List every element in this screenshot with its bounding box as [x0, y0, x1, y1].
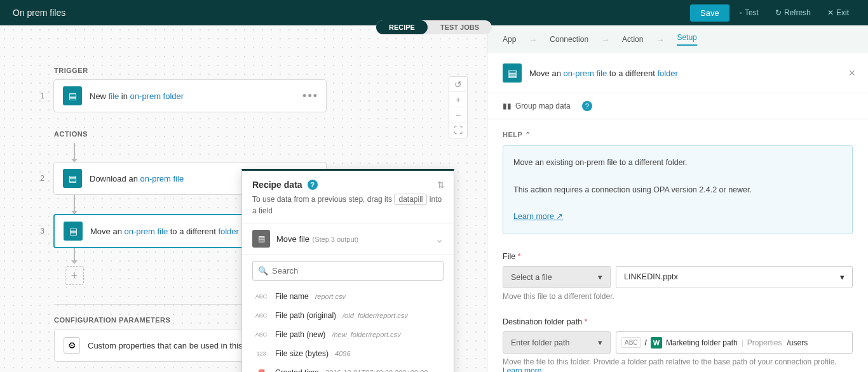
files-icon: ▤: [252, 230, 270, 248]
panel-body: HELP ⌃ Move an existing on-prem file to …: [487, 119, 868, 372]
mode-test-jobs[interactable]: TEST JOBS: [428, 20, 492, 34]
fit-icon[interactable]: ⛶: [449, 123, 467, 138]
chevron-down-icon: ⌄: [435, 233, 444, 245]
step-text: Move an on-prem file to a different fold…: [90, 227, 239, 236]
datapill-item[interactable]: 123File size (bytes) 4096: [242, 344, 454, 363]
exit-button[interactable]: ✕Exit: [821, 6, 855, 20]
panel-breadcrumb: App → Connection → Action → Setup: [487, 25, 868, 53]
tab-app[interactable]: App: [503, 35, 516, 44]
connector-chip-icon: W: [651, 337, 662, 349]
search-icon: 🔍: [258, 266, 268, 276]
tab-action[interactable]: Action: [622, 35, 643, 44]
datapill-item[interactable]: 📅Created time 2016-12-01T07:40:29.000+00…: [242, 363, 454, 372]
mode-recipe[interactable]: RECIPE: [376, 20, 428, 34]
expand-icon[interactable]: ⇅: [437, 180, 445, 190]
datapill-item[interactable]: ABCFile name report.csv: [242, 287, 454, 306]
recipe-data-subtitle: To use data from a previous step, drag i…: [252, 194, 444, 216]
recipe-data-title: Recipe data: [252, 180, 302, 190]
search-input[interactable]: [252, 261, 444, 281]
zoom-out-icon[interactable]: −: [449, 107, 467, 123]
panel-toolbar: ▮▮Group map data ?: [487, 93, 868, 119]
file-mode-select[interactable]: Select a file▾: [503, 266, 611, 288]
arrow-icon: →: [656, 35, 664, 44]
datapill-item[interactable]: ABCFile path (original) /old_folder/repo…: [242, 306, 454, 325]
tab-setup[interactable]: Setup: [677, 33, 696, 46]
datapill-item[interactable]: ABCFile path (new) /new_folder/report.cs…: [242, 325, 454, 344]
step-text: Download an on-prem file: [90, 174, 184, 183]
map-icon: ▮▮: [503, 102, 512, 110]
data-step-row[interactable]: ▤ Move file (Step 3 output) ⌄: [242, 223, 454, 255]
type-badge: ABC: [621, 337, 641, 348]
help-icon[interactable]: ?: [308, 180, 318, 190]
data-search: 🔍: [252, 261, 444, 281]
trigger-section-label: TRIGGER: [54, 67, 487, 74]
help-toggle[interactable]: HELP ⌃: [503, 131, 853, 139]
gear-icon: ⚙: [64, 337, 80, 354]
learn-more-link[interactable]: Learn more: [503, 366, 541, 372]
refresh-button[interactable]: ↻Refresh: [769, 6, 817, 20]
panel-title-row: ▤ Move an on-prem file to a different fo…: [487, 53, 868, 93]
recipe-canvas: ↺ + − ⛶ TRIGGER 1 ▤ New file in on-prem …: [0, 25, 487, 372]
chevron-down-icon: ▾: [598, 272, 602, 282]
chevron-down-icon: ▾: [840, 272, 844, 282]
undo-icon[interactable]: ↺: [449, 77, 467, 92]
connector-line: [74, 195, 75, 214]
dest-mode-select[interactable]: Enter folder path▾: [503, 331, 611, 354]
help-icon[interactable]: ?: [582, 101, 592, 111]
connector-line: [74, 143, 75, 162]
recipe-data-panel: Recipe data? ⇅ To use data from a previo…: [241, 169, 454, 372]
dest-hint: Move the file to this folder. Provide a …: [503, 357, 853, 372]
close-icon[interactable]: ×: [848, 67, 855, 80]
header-actions: Save ◦Test ↻Refresh ✕Exit: [690, 4, 855, 22]
learn-more-link[interactable]: Learn more ↗: [513, 212, 563, 221]
mode-toggle: RECIPE TEST JOBS: [376, 20, 492, 34]
file-field-label: File *: [503, 252, 853, 261]
dest-field-label: Destination folder path *: [503, 317, 853, 326]
dest-path-input[interactable]: ABC / W Marketing folder path | Properti…: [616, 331, 853, 354]
arrow-icon: →: [529, 35, 537, 44]
tab-connection[interactable]: Connection: [550, 35, 588, 44]
trigger-card[interactable]: ▤ New file in on-prem folder •••: [53, 79, 327, 112]
files-icon: ▤: [64, 222, 83, 241]
arrow-icon: →: [601, 35, 609, 44]
page-title: On prem files: [13, 8, 65, 18]
chevron-down-icon: ▾: [598, 338, 602, 347]
connector-line: [74, 248, 75, 263]
file-value-select[interactable]: LINKEDIN.pptx▾: [616, 266, 853, 288]
step-number: 2: [38, 174, 44, 183]
panel-title-text: Move an on-prem file to a different fold…: [529, 69, 678, 78]
file-hint: Move this file to a different folder.: [503, 292, 853, 301]
files-icon: ▤: [63, 169, 82, 188]
save-button[interactable]: Save: [690, 4, 729, 22]
test-button[interactable]: ◦Test: [733, 6, 765, 20]
step-number: 3: [38, 227, 44, 236]
help-box: Move an existing on-prem file to a diffe…: [503, 145, 853, 234]
config-desc: Custom properties that can be used in th…: [88, 341, 262, 350]
zoom-in-icon[interactable]: +: [449, 92, 467, 107]
setup-panel: App → Connection → Action → Setup ▤ Move…: [487, 25, 868, 372]
calendar-icon: 📅: [254, 369, 269, 372]
step-number: 1: [38, 91, 44, 100]
chevron-up-icon: ⌃: [525, 131, 531, 138]
more-icon[interactable]: •••: [302, 90, 318, 103]
trigger-text: New file in on-prem folder: [90, 91, 184, 101]
group-map-toggle[interactable]: ▮▮Group map data: [503, 102, 571, 110]
actions-section-label: ACTIONS: [54, 130, 487, 138]
files-icon: ▤: [63, 86, 82, 105]
files-icon: ▤: [503, 63, 522, 83]
add-step-button[interactable]: +: [65, 266, 84, 285]
canvas-toolbox: ↺ + − ⛶: [449, 76, 468, 138]
